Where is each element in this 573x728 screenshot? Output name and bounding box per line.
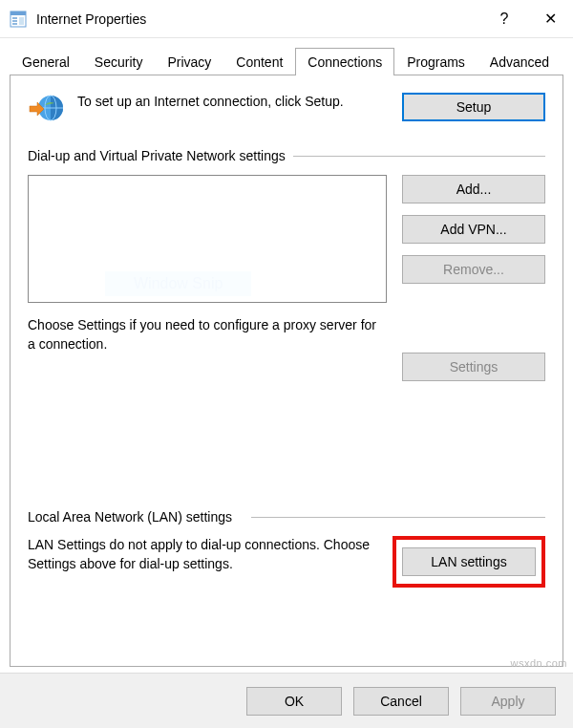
svg-rect-3 [12, 20, 17, 22]
svg-rect-5 [19, 17, 24, 25]
dialup-group-title: Dial-up and Virtual Private Network sett… [28, 148, 545, 163]
lan-section: Local Area Network (LAN) settings LAN Se… [28, 509, 545, 588]
setup-row: To set up an Internet connection, click … [28, 93, 545, 125]
titlebar: Internet Properties ? ✕ [0, 0, 573, 38]
globe-arrow-icon [28, 93, 64, 125]
add-vpn-button[interactable]: Add VPN... [402, 215, 545, 244]
svg-rect-1 [11, 11, 26, 15]
tab-privacy[interactable]: Privacy [155, 48, 223, 75]
dialup-choose-text: Choose Settings if you need to configure… [28, 316, 381, 353]
lan-group-title: Local Area Network (LAN) settings [28, 509, 545, 525]
ghost-overlay: Window Snip [105, 271, 251, 296]
lan-settings-button[interactable]: LAN settings [402, 547, 536, 576]
help-button[interactable]: ? [481, 0, 527, 38]
svg-rect-4 [12, 23, 17, 25]
connections-listbox[interactable]: Window Snip [28, 175, 387, 303]
tab-security[interactable]: Security [82, 48, 156, 75]
setup-description: To set up an Internet connection, click … [77, 93, 389, 111]
tab-strip: General Security Privacy Content Connect… [10, 48, 563, 75]
tab-advanced[interactable]: Advanced [478, 48, 562, 75]
svg-rect-2 [12, 17, 17, 19]
lan-highlight: LAN settings [393, 536, 545, 588]
watermark: wsxdn.com [510, 657, 567, 669]
tab-content[interactable]: Content [223, 48, 295, 75]
tab-connections[interactable]: Connections [295, 48, 394, 75]
window-title: Internet Properties [36, 11, 481, 27]
dialup-row: Window Snip Add... Add VPN... Remove... [28, 175, 545, 303]
internet-options-icon [10, 11, 27, 28]
dialup-buttons: Add... Add VPN... Remove... [402, 175, 545, 303]
close-button[interactable]: ✕ [527, 0, 573, 38]
dialog-footer: OK Cancel Apply [0, 673, 573, 728]
remove-button: Remove... [402, 255, 545, 284]
apply-button: Apply [460, 687, 556, 716]
ok-button[interactable]: OK [246, 687, 342, 716]
add-button[interactable]: Add... [402, 175, 545, 203]
tab-general[interactable]: General [10, 48, 82, 75]
tab-programs[interactable]: Programs [394, 48, 478, 75]
cancel-button[interactable]: Cancel [353, 687, 449, 716]
lan-description: LAN Settings do not apply to dial-up con… [28, 536, 377, 573]
setup-button[interactable]: Setup [402, 93, 545, 121]
dialup-settings-button: Settings [402, 353, 545, 381]
connections-panel: To set up an Internet connection, click … [10, 75, 563, 667]
